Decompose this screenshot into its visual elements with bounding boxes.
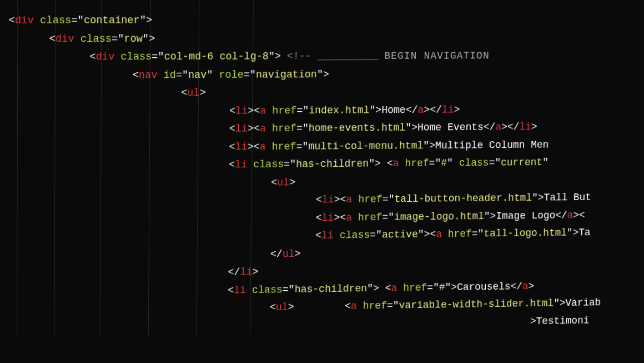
attr-href: href [272, 105, 296, 116]
attr-id: id [164, 69, 176, 81]
comment-text: BEGIN NAVIGATION [384, 50, 490, 62]
code-line[interactable]: <nav id="nav" role="navigation"> [8, 64, 644, 85]
value-talllogo: tall-logo.html [484, 227, 567, 240]
text-home: Home [381, 104, 406, 116]
code-line[interactable]: <div class="container"> [9, 11, 644, 30]
comment-underline: __________ [318, 51, 379, 62]
value-imglogo: image-logo.html [394, 210, 484, 222]
code-line[interactable]: <div class="row"> [9, 29, 644, 48]
text-ta: Ta [578, 227, 591, 238]
value-multicol: multi-col-menu.html [308, 140, 423, 152]
tag-ul-close: ul [283, 248, 295, 260]
tag-div: div [15, 14, 34, 26]
text-homeevents: Home Events [417, 122, 484, 133]
attr-role: role [219, 69, 243, 81]
value-active: active [382, 229, 418, 241]
attr-class: class [120, 51, 152, 63]
value-row: row [124, 33, 143, 44]
value-index: index.html [309, 105, 370, 116]
tag-li: li [235, 105, 248, 117]
tag-a: a [260, 105, 266, 116]
text-variab: Variab [565, 297, 601, 309]
angle-open: < [9, 14, 15, 26]
value-current: current [501, 157, 542, 168]
code-editor[interactable]: <div class="container"> <div class="row"… [0, 0, 644, 339]
value-haschildren: has-children [296, 158, 369, 170]
attr-class: class [40, 14, 71, 26]
value-tallbtn: tall-button-header.html [394, 192, 532, 205]
text-carousels: Carousels [457, 281, 511, 292]
value-homeevents: home-events.html [309, 122, 406, 134]
comment-open: <!-- [287, 51, 311, 62]
tag-ul: ul [187, 87, 199, 99]
tag-div: div [56, 33, 74, 44]
text-tallbut: Tall But [544, 192, 591, 203]
text-multicol: Multiple Column Men [435, 139, 549, 151]
tag-div: div [96, 51, 115, 63]
value-container: container [84, 14, 140, 26]
code-line[interactable]: <div class="col-md-6 col-lg-8"> <!-- ___… [8, 47, 644, 67]
value-navigation: navigation [256, 68, 317, 80]
attr-class: class [80, 33, 112, 44]
value-varslider: variable-width-slider.html [399, 297, 554, 311]
tag-nav: nav [139, 69, 158, 81]
text-testimoni: Testimoni [536, 315, 590, 326]
value-colmd: col-md-6 col-lg-8 [164, 51, 268, 62]
text-imagelogo: Image Logo [496, 210, 555, 221]
value-nav: nav [188, 69, 207, 81]
tag-ul: ul [277, 177, 289, 188]
tag-li-close: li [240, 266, 252, 278]
